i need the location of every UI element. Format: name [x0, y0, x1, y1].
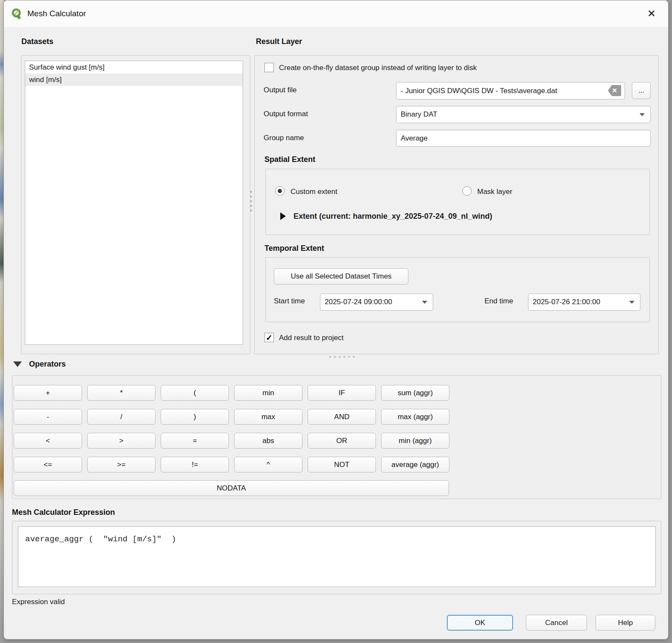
operators-heading[interactable]: Operators — [29, 360, 66, 369]
operators-collapse-icon[interactable] — [13, 361, 22, 367]
add-result-checkbox[interactable]: ✓ — [264, 333, 274, 342]
mask-layer-label: Mask layer — [477, 188, 512, 196]
operator-abs-button[interactable]: abs — [234, 433, 302, 449]
operator-close-paren-button[interactable]: ) — [161, 409, 229, 425]
extent-expander-icon[interactable] — [280, 212, 286, 220]
operator-min-aggr-button[interactable]: min (aggr) — [381, 433, 449, 449]
temporal-extent-heading: Temporal Extent — [264, 244, 324, 253]
end-time-value: 2025-07-26 21:00:00 — [533, 298, 600, 306]
temporal-extent-groupbox: Use all Selected Dataset Times Start tim… — [265, 257, 650, 322]
operator-and-button[interactable]: AND — [308, 409, 376, 425]
output-file-field-wrapper: ✕ — [396, 82, 625, 100]
dataset-item-selected[interactable]: wind [m/s] — [25, 73, 243, 86]
group-name-input[interactable] — [396, 130, 651, 147]
datasets-list[interactable]: Surface wind gust [m/s] wind [m/s] — [25, 61, 243, 345]
chevron-down-icon — [422, 301, 427, 304]
operator-equals-button[interactable]: = — [161, 433, 229, 449]
start-time-label: Start time — [274, 297, 305, 305]
use-all-dataset-times-button[interactable]: Use all Selected Dataset Times — [274, 268, 408, 285]
horizontal-splitter-handle[interactable] — [329, 356, 358, 364]
operator-less-than-button[interactable]: < — [14, 433, 82, 449]
custom-extent-radio[interactable] — [275, 186, 285, 196]
group-name-label: Group name — [264, 134, 304, 142]
window-title: Mesh Calculator — [27, 9, 86, 18]
custom-extent-label: Custom extent — [291, 188, 337, 196]
operator-minus-button[interactable]: - — [14, 409, 82, 425]
output-format-value: Binary DAT — [401, 110, 437, 119]
output-format-label: Output format — [264, 110, 308, 118]
chevron-down-icon — [629, 301, 634, 304]
extent-expander-label[interactable]: Extent (current: harmonie_xy_2025-07-24_… — [293, 212, 492, 221]
operator-greater-equal-button[interactable]: >= — [87, 457, 156, 473]
operator-not-button[interactable]: NOT — [308, 457, 376, 473]
operator-plus-button[interactable]: + — [14, 385, 82, 401]
datasets-groupbox: Surface wind gust [m/s] wind [m/s] — [21, 55, 250, 354]
result-layer-heading: Result Layer — [256, 37, 302, 46]
operator-if-button[interactable]: IF — [308, 385, 376, 401]
output-format-select[interactable]: Binary DAT — [396, 106, 651, 123]
datasets-heading: Datasets — [21, 37, 53, 46]
operator-greater-than-button[interactable]: > — [87, 433, 156, 449]
operator-button-grid: + * ( min IF sum (aggr) - / ) max AND ma… — [14, 385, 449, 473]
operator-not-equal-button[interactable]: != — [161, 457, 229, 473]
operator-or-button[interactable]: OR — [308, 433, 376, 449]
operators-groupbox: + * ( min IF sum (aggr) - / ) max AND ma… — [12, 375, 661, 499]
expression-heading: Mesh Calculator Expression — [12, 508, 115, 517]
expression-editor[interactable]: average_aggr ( "wind [m/s]" ) — [18, 526, 656, 587]
mask-layer-radio[interactable] — [462, 186, 472, 196]
vertical-splitter-handle[interactable] — [250, 191, 252, 214]
start-time-value: 2025-07-24 09:00:00 — [325, 298, 392, 306]
start-time-select[interactable]: 2025-07-24 09:00:00 — [320, 294, 433, 311]
on-the-fly-checkbox-label: Create on-the-fly dataset group instead … — [279, 64, 477, 72]
operator-min-button[interactable]: min — [234, 385, 302, 401]
operator-max-button[interactable]: max — [234, 409, 302, 425]
result-layer-groupbox: Create on-the-fly dataset group instead … — [254, 55, 659, 354]
operator-nodata-button[interactable]: NODATA — [14, 480, 449, 496]
chevron-down-icon — [640, 113, 645, 116]
operator-divide-button[interactable]: / — [87, 409, 156, 425]
expression-status: Expression valid — [12, 598, 65, 606]
ok-button[interactable]: OK — [447, 615, 513, 631]
add-result-checkbox-label: Add result to project — [279, 334, 343, 342]
expression-groupbox: average_aggr ( "wind [m/s]" ) — [12, 521, 661, 594]
spatial-extent-groupbox: Custom extent Mask layer Extent (current… — [265, 169, 650, 235]
help-button[interactable]: Help — [596, 615, 655, 631]
operator-average-aggr-button[interactable]: average (aggr) — [381, 457, 449, 473]
qgis-logo-icon — [11, 8, 23, 20]
operator-power-button[interactable]: ^ — [234, 457, 302, 473]
title-bar: Mesh Calculator ✕ — [4, 0, 668, 27]
operator-sum-aggr-button[interactable]: sum (aggr) — [381, 385, 449, 401]
output-file-label: Output file — [264, 86, 297, 94]
end-time-label: End time — [484, 297, 513, 305]
browse-output-file-button[interactable]: ... — [632, 82, 651, 99]
operator-multiply-button[interactable]: * — [87, 385, 156, 401]
operator-less-equal-button[interactable]: <= — [14, 457, 82, 473]
expression-text: average_aggr ( "wind [m/s]" ) — [18, 527, 655, 544]
on-the-fly-checkbox[interactable] — [264, 63, 274, 72]
dataset-item[interactable]: Surface wind gust [m/s] — [25, 61, 243, 73]
spatial-extent-heading: Spatial Extent — [264, 155, 315, 164]
mesh-calculator-dialog: Mesh Calculator ✕ Datasets Surface wind … — [3, 0, 669, 640]
end-time-select[interactable]: 2025-07-26 21:00:00 — [528, 294, 640, 311]
operator-max-aggr-button[interactable]: max (aggr) — [381, 409, 449, 425]
close-icon[interactable]: ✕ — [642, 4, 661, 23]
output-file-input[interactable] — [396, 82, 625, 100]
cancel-button[interactable]: Cancel — [526, 615, 587, 631]
operator-open-paren-button[interactable]: ( — [161, 385, 229, 401]
